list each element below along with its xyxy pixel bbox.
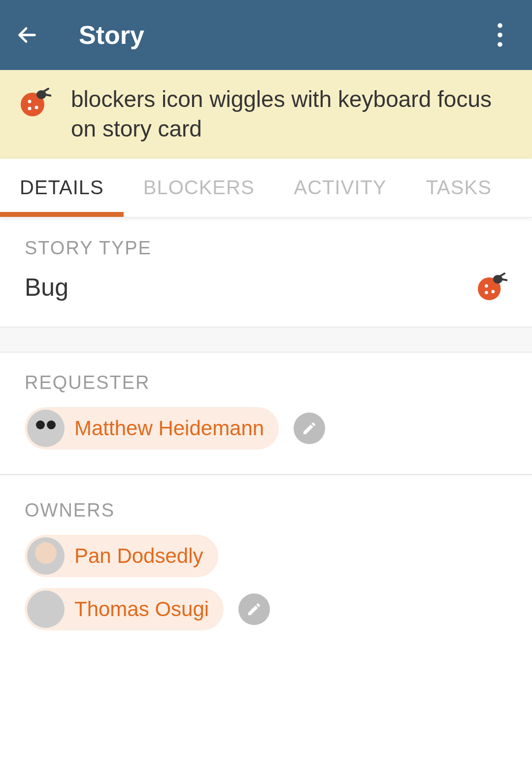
svg-line-10 [45, 95, 51, 96]
requester-chip[interactable]: Matthew Heidemann [25, 407, 279, 450]
pencil-icon [301, 420, 317, 436]
svg-point-1 [498, 23, 502, 28]
owner-name: Pan Dodsedly [74, 544, 203, 568]
svg-line-9 [43, 89, 48, 92]
bug-icon [477, 273, 507, 302]
svg-point-13 [492, 290, 495, 293]
appbar: Story [0, 0, 532, 70]
requester-section: REQUESTER Matthew Heidemann [0, 352, 532, 475]
story-type-value: Bug [25, 273, 68, 302]
tab-tasks[interactable]: TASKS [406, 159, 492, 217]
story-type-section: STORY TYPE Bug [0, 218, 532, 327]
owner-row: Pan Dodsedly [25, 535, 507, 577]
tab-activity[interactable]: ACTIVITY [274, 159, 406, 217]
svg-line-16 [499, 274, 504, 277]
svg-point-7 [28, 107, 32, 110]
story-header: blockers icon wiggles with keyboard focu… [0, 70, 532, 159]
owner-chip[interactable]: Pan Dodsedly [25, 535, 218, 577]
requester-label: REQUESTER [25, 372, 507, 393]
requester-name: Matthew Heidemann [74, 417, 264, 440]
svg-point-3 [498, 42, 502, 47]
owner-row: Thomas Osugi [25, 588, 507, 630]
edit-requester-button[interactable] [294, 413, 325, 444]
section-divider [0, 327, 532, 352]
tab-details[interactable]: DETAILS [0, 159, 124, 217]
appbar-title: Story [79, 20, 144, 50]
tab-blockers[interactable]: BLOCKERS [124, 159, 274, 217]
avatar [27, 537, 65, 575]
owner-chip[interactable]: Thomas Osugi [25, 588, 224, 630]
tabs: DETAILS BLOCKERS ACTIVITY TASKS [0, 159, 532, 218]
story-type-row[interactable]: Bug [25, 273, 507, 302]
edit-owners-button[interactable] [238, 593, 270, 625]
svg-point-12 [485, 284, 488, 287]
svg-point-14 [485, 291, 488, 294]
story-title: blockers icon wiggles with keyboard focu… [71, 85, 512, 144]
owners-section: OWNERS Pan Dodsedly Thomas Osugi [0, 475, 532, 651]
owner-name: Thomas Osugi [74, 597, 209, 621]
back-button[interactable] [15, 23, 39, 47]
pencil-icon [246, 601, 262, 617]
avatar [27, 410, 65, 447]
svg-line-17 [501, 279, 507, 280]
story-type-label: STORY TYPE [25, 238, 507, 259]
arrow-left-icon [16, 24, 38, 46]
svg-point-6 [35, 106, 38, 109]
more-vertical-icon [497, 23, 503, 47]
svg-point-2 [498, 33, 502, 37]
avatar [27, 590, 65, 628]
owners-label: OWNERS [25, 500, 507, 521]
bug-icon [20, 88, 51, 118]
overflow-menu-button[interactable] [488, 23, 512, 47]
svg-point-5 [28, 100, 32, 104]
